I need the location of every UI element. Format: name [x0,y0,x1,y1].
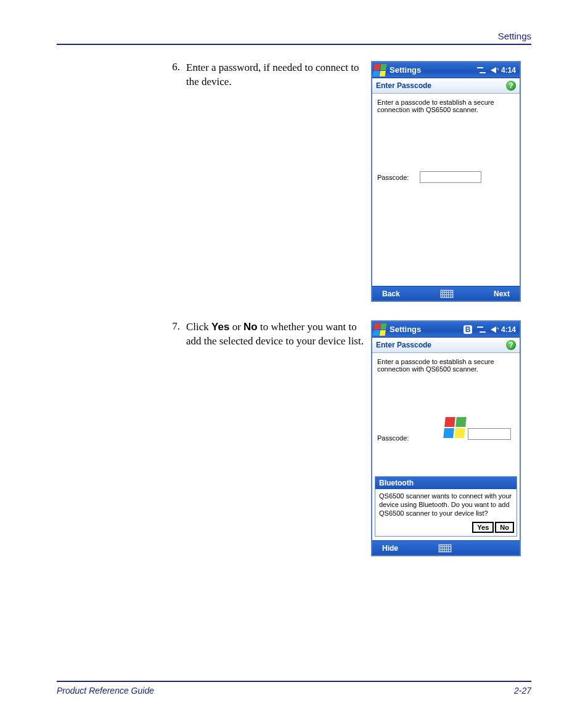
windows-flag-icon [373,323,387,336]
yes-button[interactable]: Yes [472,522,494,533]
next-button[interactable]: Next [494,290,510,298]
footer-right: 2-27 [514,686,531,696]
step-6-row: 6. Enter a password, if needed to connec… [57,61,531,302]
windows-flag-icon [373,64,387,76]
instruction-text: Enter a passcode to establish a secure c… [377,99,515,113]
popup-title: Bluetooth [375,477,517,489]
footer-rule [57,681,531,682]
step-6-number: 6. [57,61,186,73]
keyboard-icon[interactable] [440,290,454,298]
titlebar: Settings B 4:14 [372,322,520,338]
bluetooth-popup: Bluetooth QS6500 scanner wants to connec… [375,476,517,537]
screen-body: Enter a passcode to establish a secure c… [372,94,520,286]
passcode-label: Passcode: [377,434,409,442]
volume-icon[interactable] [491,327,496,333]
header-rule [57,44,531,45]
connectivity-icon[interactable] [477,67,486,73]
passcode-input[interactable] [468,428,511,440]
page-header-section: Settings [57,31,531,41]
bottom-bar: Back Next [372,286,520,301]
clock-time: 4:14 [501,325,516,334]
screen-body: Enter a passcode to establish a secure c… [372,353,520,476]
subheader-bar: Enter Passcode ? [372,78,520,94]
keyboard-icon[interactable] [438,544,452,553]
instruction-text: Enter a passcode to establish a secure c… [377,358,515,373]
clock-time: 4:14 [501,66,516,75]
bluetooth-icon[interactable]: B [463,325,472,334]
subheader-title: Enter Passcode [376,81,431,90]
back-button[interactable]: Back [382,290,400,298]
step-7-row: 7. Click Yes or No to whether you want t… [57,320,531,556]
step-7-text: Click Yes or No to whether you want to a… [186,320,371,349]
titlebar: Settings 4:14 [372,62,520,78]
no-button[interactable]: No [495,522,514,533]
volume-icon[interactable] [491,67,496,73]
screenshot-1: Settings 4:14 Enter Passcode ? Enter a p… [371,61,521,302]
subheader-bar: Enter Passcode ? [372,338,520,353]
busy-icon [443,417,467,438]
page-footer: Product Reference Guide 2-27 [57,681,531,696]
help-icon[interactable]: ? [506,340,516,350]
passcode-label: Passcode: [377,174,409,181]
step-6-text: Enter a password, if needed to connect t… [186,61,371,89]
titlebar-title: Settings [390,325,421,334]
screenshot-2: Settings B 4:14 Enter Passcode ? Enter a… [371,320,521,556]
footer-left: Product Reference Guide [57,686,154,696]
passcode-input[interactable] [420,171,481,183]
step-7-number: 7. [57,320,186,333]
titlebar-title: Settings [390,65,421,75]
popup-body-text: QS6500 scanner wants to connect with you… [375,489,517,520]
hide-button[interactable]: Hide [382,544,398,553]
connectivity-icon[interactable] [477,327,486,333]
help-icon[interactable]: ? [506,81,516,91]
subheader-title: Enter Passcode [376,341,431,349]
bottom-bar: Hide [372,540,520,555]
